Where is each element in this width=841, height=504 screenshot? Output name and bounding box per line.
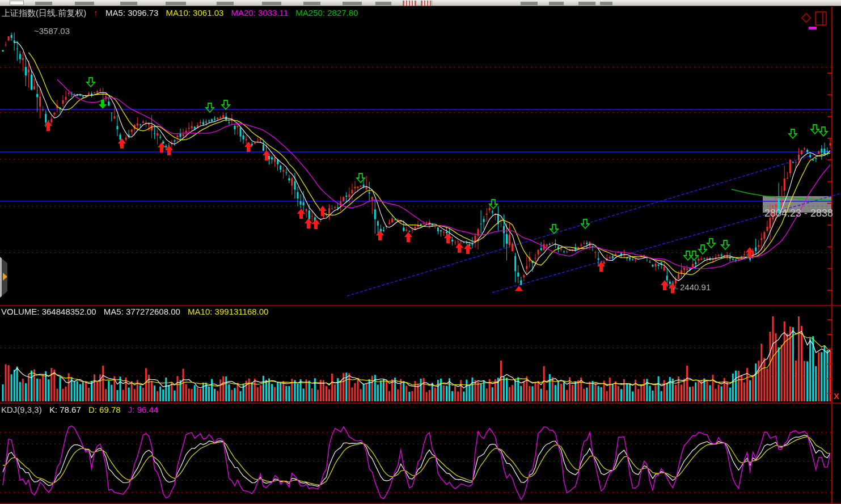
toolbar-item <box>217 2 234 5</box>
ma20-readout: MA20: 3033.11 <box>231 8 289 18</box>
toolbar-item <box>600 2 612 5</box>
top-toolbar[interactable] <box>0 0 841 6</box>
volume-readout: VOLUME: 364848352.00 <box>1 307 96 316</box>
chart-title: 上证指数(日线.前复权) <box>2 8 86 18</box>
kdj-title: KDJ(9,3,3) <box>1 405 42 414</box>
window-split-icon[interactable] <box>815 11 827 26</box>
toolbar-item <box>166 2 186 5</box>
toolbar-bear-button[interactable] <box>421 1 432 6</box>
kdj-j-readout: J: 96.44 <box>128 405 158 414</box>
volume-pane-header: VOLUME: 364848352.00 MA5: 377272608.00 M… <box>1 307 273 316</box>
gap-range-label: 2804.23 - 2838 <box>764 207 833 219</box>
peak-flag-icon: ~ <box>34 26 39 36</box>
left-arrow-icon: ← <box>671 282 680 292</box>
trading-app-window: 上证指数(日线.前复权) ↑ MA5: 3096.73 MA10: 3061.0… <box>0 0 841 504</box>
buy-signal-icon: ↑ <box>94 8 98 18</box>
ma10-readout: MA10: 3061.03 <box>166 8 224 18</box>
toolbar-item <box>262 2 281 5</box>
toolbar-item <box>375 2 391 5</box>
volume-ma5-readout: MA5: 377272608.00 <box>104 307 180 316</box>
toolbar-item <box>35 2 52 5</box>
close-indicator-icon[interactable]: X <box>834 391 839 401</box>
expand-arrow-icon <box>3 273 7 281</box>
main-chart-header: 上证指数(日线.前复权) ↑ MA5: 3096.73 MA10: 3061.0… <box>2 8 363 19</box>
ma5-readout: MA5: 3096.73 <box>105 8 158 18</box>
toolbar-item <box>303 2 320 5</box>
chart-canvas[interactable] <box>0 6 841 504</box>
toolbar-button[interactable] <box>10 1 24 5</box>
toolbar-bull-button[interactable] <box>403 1 416 6</box>
kdj-k-readout: K: 78.67 <box>49 405 81 414</box>
low-price-label: ←2440.91 <box>671 282 711 292</box>
minimize-dash-icon <box>809 27 817 29</box>
kdj-pane-header: KDJ(9,3,3) K: 78.67 D: 69.78 J: 96.44 <box>1 405 163 414</box>
toolbar-item <box>578 2 595 5</box>
ma250-readout: MA250: 2827.80 <box>295 8 358 18</box>
peak-price-label: ~3587.03 <box>34 26 70 36</box>
toolbar-item <box>120 2 137 5</box>
toolbar-item <box>343 2 362 5</box>
toolbar-item <box>549 2 564 5</box>
toolbar-item <box>521 2 538 5</box>
toolbar-item <box>75 2 94 5</box>
volume-ma10-readout: MA10: 399131168.00 <box>188 307 268 316</box>
sidebar-expand-tab[interactable] <box>0 257 7 298</box>
kdj-d-readout: D: 69.78 <box>88 405 121 414</box>
